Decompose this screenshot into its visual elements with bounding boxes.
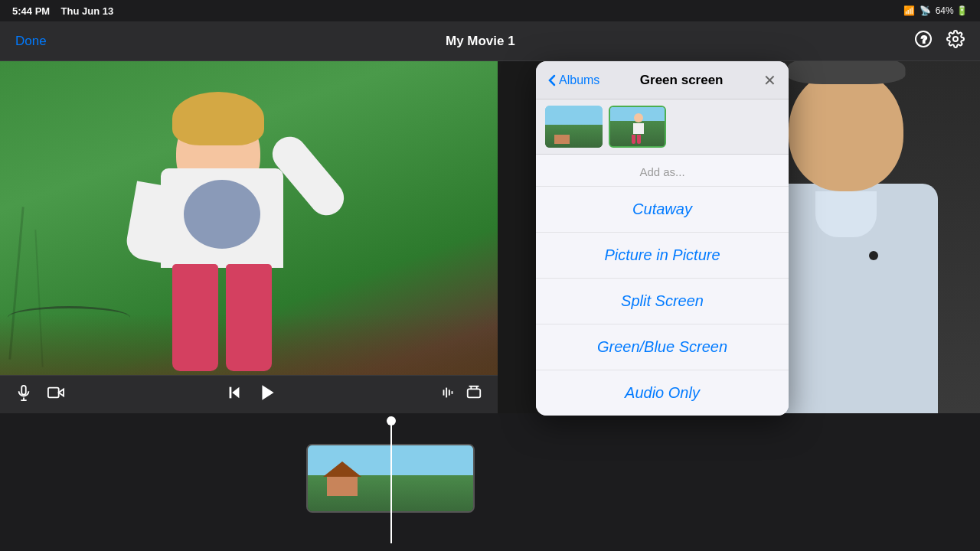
person-figure <box>115 84 329 367</box>
thumb2-leg-l <box>632 135 635 144</box>
timeline-playhead[interactable] <box>390 421 392 543</box>
green-blue-screen-label: Green/Blue Screen <box>597 338 727 356</box>
picture-in-picture-label: Picture in Picture <box>604 246 720 264</box>
thumb1-house <box>554 135 570 144</box>
battery-percentage: 64% <box>936 5 954 16</box>
settings-button[interactable] <box>946 30 965 52</box>
toolbar: Done My Movie 1 ? <box>0 21 980 61</box>
person-pants-right <box>226 264 272 371</box>
controls-left-group <box>15 384 64 406</box>
presenter-head <box>789 69 903 191</box>
add-as-label: Add as... <box>536 155 789 187</box>
microphone-button[interactable] <box>15 384 32 406</box>
controls-right-group <box>439 384 482 406</box>
thumb2-bg <box>610 107 665 146</box>
thumb2-head <box>634 113 643 122</box>
thumb2-torso <box>633 123 644 134</box>
audio-only-label: Audio Only <box>625 384 700 402</box>
menu-item-split-screen[interactable]: Split Screen <box>536 279 789 324</box>
thumbnail-item-1[interactable] <box>545 106 603 148</box>
svg-point-2 <box>953 37 958 41</box>
svg-rect-6 <box>230 386 232 398</box>
albums-back-button[interactable]: Albums <box>548 73 599 87</box>
thumb2-person <box>632 113 645 144</box>
thumb2-legs <box>632 135 645 144</box>
signal-icon: 📡 <box>920 5 931 16</box>
play-button[interactable] <box>258 383 278 407</box>
albums-header: Albums Green screen ✕ <box>536 61 789 99</box>
menu-item-audio-only[interactable]: Audio Only <box>536 370 789 416</box>
thumbnails-row <box>536 99 789 155</box>
controls-center-group <box>226 383 278 407</box>
cutaway-label: Cutaway <box>632 201 692 218</box>
help-button[interactable]: ? <box>914 30 933 52</box>
battery-indicator: 64% 🔋 <box>936 5 968 16</box>
svg-rect-14 <box>468 389 481 397</box>
toolbar-icons: ? <box>914 30 965 52</box>
main-video-area <box>0 61 498 375</box>
person-pants-left <box>172 264 218 371</box>
person-shirt <box>161 168 283 268</box>
svg-rect-4 <box>48 387 59 397</box>
albums-back-label: Albums <box>559 73 599 87</box>
svg-text:?: ? <box>921 34 927 45</box>
battery-icon: 🔋 <box>956 5 968 16</box>
svg-marker-5 <box>232 386 239 398</box>
menu-item-picture-in-picture[interactable]: Picture in Picture <box>536 233 789 279</box>
green-screen-background <box>0 61 498 375</box>
floor-cables <box>8 306 130 329</box>
current-date: Thu Jun 13 <box>61 5 114 17</box>
thumbnail-item-2-selected[interactable] <box>609 106 666 148</box>
menu-item-green-blue-screen[interactable]: Green/Blue Screen <box>536 324 789 370</box>
menu-item-cutaway[interactable]: Cutaway <box>536 187 789 233</box>
current-time: 5:44 PM <box>12 5 50 17</box>
status-bar: 5:44 PM Thu Jun 13 📶 📡 64% 🔋 <box>0 0 980 21</box>
presenter-hair <box>787 61 906 84</box>
split-screen-label: Split Screen <box>621 292 704 310</box>
done-button[interactable]: Done <box>15 34 47 49</box>
camera-button[interactable] <box>47 384 64 406</box>
video-controls-bar <box>0 375 498 413</box>
audio-waveform-button[interactable] <box>439 384 456 406</box>
thumb1-bg <box>545 106 603 148</box>
movie-title: My Movie 1 <box>446 34 515 49</box>
svg-rect-3 <box>21 385 26 394</box>
add-as-dropdown-panel: Albums Green screen ✕ <box>536 61 789 416</box>
presenter-mic-clip <box>869 251 878 260</box>
timeline-area[interactable]: 20.6s <box>0 413 980 551</box>
clip-roof <box>323 461 361 477</box>
wifi-icon: 📶 <box>903 5 915 16</box>
clip-house <box>327 477 358 496</box>
timeline-inner: 20.6s <box>0 413 980 551</box>
presenter-collar <box>815 191 877 237</box>
status-time-date: 5:44 PM Thu Jun 13 <box>12 4 113 18</box>
albums-close-button[interactable]: ✕ <box>763 71 776 90</box>
fullscreen-button[interactable] <box>466 384 482 406</box>
thumb2-leg-r <box>637 135 641 144</box>
skip-back-button[interactable] <box>226 384 243 406</box>
svg-marker-7 <box>262 385 273 400</box>
status-icons: 📶 📡 64% 🔋 <box>903 5 968 16</box>
albums-panel-title: Green screen <box>640 73 724 88</box>
